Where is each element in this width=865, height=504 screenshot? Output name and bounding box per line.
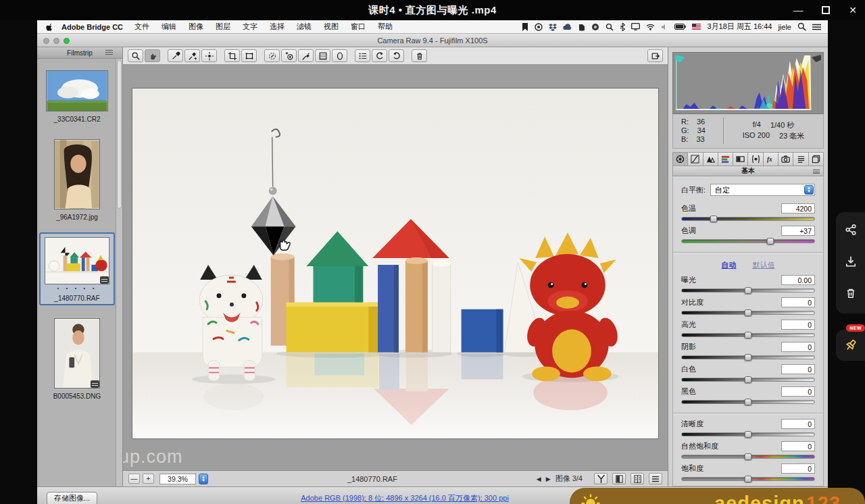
save-image-button[interactable]: 存储图像... bbox=[47, 492, 97, 504]
volume-icon[interactable] bbox=[661, 24, 668, 30]
rotate-left-button-icon[interactable] bbox=[372, 49, 387, 62]
saturation-slider[interactable] bbox=[681, 477, 815, 481]
rotate-right-button-icon[interactable] bbox=[389, 49, 404, 62]
thumbnail-girl-photo[interactable] bbox=[54, 139, 100, 209]
temperature-slider[interactable] bbox=[681, 217, 815, 221]
bookmark-icon[interactable] bbox=[522, 23, 528, 31]
crop-tool-icon[interactable] bbox=[224, 49, 240, 62]
zoom-traffic-button[interactable] bbox=[64, 38, 70, 44]
menubar-datetime[interactable]: 3月18日 周五 16:44 bbox=[707, 22, 772, 32]
filmstrip-item-1[interactable]: _33C0341.CR2 bbox=[41, 66, 114, 126]
filmstrip-item-3-selected[interactable]: • • • • • _1480770.RAF bbox=[39, 232, 115, 305]
zoom-out-button[interactable]: — bbox=[128, 474, 140, 484]
trash-button[interactable] bbox=[845, 287, 857, 302]
color-sampler-tool-icon[interactable] bbox=[184, 49, 200, 62]
exposure-value[interactable]: 0.00 bbox=[781, 275, 815, 285]
thumbnail-sky-photo[interactable] bbox=[46, 70, 108, 111]
tab-camera-calibration-icon[interactable] bbox=[778, 152, 793, 166]
auto-link[interactable]: 自动 bbox=[722, 260, 737, 270]
evernote-icon[interactable] bbox=[578, 23, 585, 31]
search-status-icon[interactable] bbox=[606, 23, 614, 31]
hand-tool-icon[interactable] bbox=[145, 49, 160, 62]
tab-lens-corrections-icon[interactable] bbox=[747, 152, 762, 166]
thumbnail-bride-photo[interactable] bbox=[54, 318, 100, 388]
slider-thumb[interactable] bbox=[745, 332, 752, 338]
menu-image[interactable]: 图像 bbox=[182, 22, 209, 32]
input-language-flag-icon[interactable] bbox=[692, 24, 701, 30]
vibrance-slider[interactable] bbox=[681, 455, 815, 459]
close-button[interactable]: ✕ bbox=[849, 5, 857, 15]
preview-image[interactable] bbox=[132, 88, 659, 439]
slider-thumb[interactable] bbox=[710, 216, 718, 222]
slider-thumb[interactable] bbox=[745, 476, 752, 482]
clarity-slider[interactable] bbox=[681, 432, 815, 436]
filmstrip-scrollbar[interactable] bbox=[116, 59, 122, 486]
transform-tool-icon[interactable] bbox=[241, 49, 257, 62]
white-balance-stepper-icon[interactable]: ▲▼ bbox=[804, 185, 814, 195]
delete-button-icon[interactable] bbox=[412, 49, 427, 62]
menu-help[interactable]: 帮助 bbox=[372, 22, 399, 32]
pin-fab[interactable]: NEW bbox=[836, 330, 865, 361]
close-traffic-button[interactable] bbox=[43, 38, 49, 44]
tab-snapshots-icon[interactable] bbox=[808, 152, 824, 166]
slider-thumb[interactable] bbox=[745, 453, 752, 460]
minimize-button[interactable]: — bbox=[793, 5, 803, 15]
minimize-traffic-button[interactable] bbox=[53, 38, 59, 44]
slider-thumb[interactable] bbox=[745, 354, 752, 361]
menu-layer[interactable]: 图层 bbox=[209, 22, 237, 32]
zoom-level-select[interactable]: 39.3% bbox=[159, 474, 196, 484]
adjustment-brush-tool-icon[interactable] bbox=[298, 49, 314, 62]
tab-hsl-grayscale-icon[interactable] bbox=[718, 152, 733, 166]
battery-icon[interactable] bbox=[674, 24, 686, 30]
clarity-value[interactable]: 0 bbox=[781, 419, 815, 429]
filmstrip-item-4[interactable]: B0005453.DNG bbox=[48, 313, 107, 403]
tab-tone-curve-icon[interactable] bbox=[687, 152, 702, 166]
copy-settings-icon[interactable] bbox=[631, 473, 644, 484]
download-button[interactable] bbox=[845, 255, 857, 270]
preferences-button-icon[interactable] bbox=[355, 49, 370, 62]
apple-icon[interactable] bbox=[45, 22, 53, 32]
radial-filter-tool-icon[interactable] bbox=[332, 49, 347, 62]
fullscreen-toggle-icon[interactable] bbox=[647, 49, 663, 62]
zoom-tool-icon[interactable] bbox=[128, 49, 143, 62]
menu-filter[interactable]: 滤镜 bbox=[291, 22, 318, 32]
shadows-value[interactable]: 0 bbox=[781, 342, 815, 352]
share-button[interactable] bbox=[845, 224, 857, 238]
shadows-slider[interactable] bbox=[681, 355, 815, 359]
filmstrip-item-2[interactable]: _96A1972.jpg bbox=[49, 134, 105, 224]
bluetooth-icon[interactable] bbox=[620, 23, 625, 31]
tab-detail-icon[interactable] bbox=[703, 152, 718, 166]
browser-icon[interactable] bbox=[591, 23, 599, 31]
tab-split-toning-icon[interactable] bbox=[733, 152, 747, 166]
dropbox-icon[interactable] bbox=[549, 23, 557, 31]
exposure-slider[interactable] bbox=[681, 288, 815, 293]
spot-removal-tool-icon[interactable] bbox=[264, 49, 280, 62]
blacks-value[interactable]: 0 bbox=[781, 386, 815, 397]
vibrance-value[interactable]: 0 bbox=[781, 441, 815, 451]
slider-thumb[interactable] bbox=[745, 376, 752, 383]
panel-menu-icon[interactable] bbox=[813, 170, 820, 174]
highlights-slider[interactable] bbox=[681, 333, 815, 337]
slider-thumb[interactable] bbox=[745, 399, 752, 405]
previous-image-button[interactable]: ◀ bbox=[537, 476, 541, 482]
highlights-value[interactable]: 0 bbox=[781, 320, 815, 330]
blacks-slider[interactable] bbox=[681, 400, 815, 404]
tint-slider[interactable] bbox=[681, 239, 815, 243]
menubar-username[interactable]: jiele bbox=[778, 23, 791, 31]
tab-basic-icon[interactable] bbox=[672, 152, 687, 166]
tint-value[interactable]: +37 bbox=[781, 226, 815, 236]
menu-type[interactable]: 文字 bbox=[237, 22, 264, 32]
temperature-value[interactable]: 4200 bbox=[781, 203, 815, 213]
display-icon[interactable] bbox=[631, 23, 640, 30]
slider-thumb[interactable] bbox=[745, 309, 752, 316]
slider-thumb[interactable] bbox=[745, 431, 752, 438]
zoom-stepper-icon[interactable]: ▲▼ bbox=[199, 474, 208, 484]
white-balance-select[interactable]: 自定 ▲▼ bbox=[710, 184, 815, 196]
red-eye-tool-icon[interactable] bbox=[281, 49, 297, 62]
before-after-toggle-icon[interactable] bbox=[594, 473, 608, 484]
menu-window[interactable]: 窗口 bbox=[345, 22, 372, 32]
menu-edit[interactable]: 编辑 bbox=[155, 22, 182, 32]
screen-record-icon[interactable] bbox=[535, 23, 543, 31]
contrast-slider[interactable] bbox=[681, 311, 815, 315]
slider-thumb[interactable] bbox=[745, 287, 752, 294]
